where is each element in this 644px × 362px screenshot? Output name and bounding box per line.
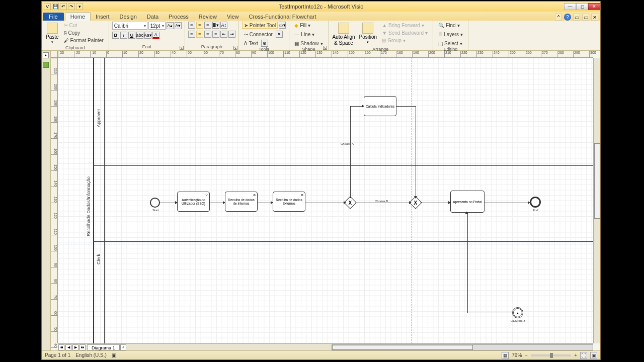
zoom-level[interactable]: 79%: [512, 352, 522, 358]
lane-label-recolha[interactable]: Recolhade Dados/Informação: [86, 173, 91, 239]
font-color-button[interactable]: A: [152, 32, 159, 39]
next-page-button[interactable]: ▶: [72, 344, 78, 350]
text-tool-button[interactable]: AText: [242, 40, 260, 47]
lane-label-clerk[interactable]: Clerk: [96, 249, 101, 269]
fit-page-button[interactable]: ⛶: [580, 352, 587, 359]
align-bottom-button[interactable]: ≡: [204, 22, 211, 29]
last-page-button[interactable]: ⏭: [79, 344, 86, 350]
shape-dialog-launcher[interactable]: ↘: [323, 46, 327, 50]
strike-button[interactable]: abc: [136, 32, 143, 39]
horizontal-scrollbar[interactable]: [332, 344, 593, 350]
font-dialog-launcher[interactable]: ↘: [180, 46, 184, 50]
auto-align-button[interactable]: Auto Align& Space: [332, 22, 356, 47]
language-indicator[interactable]: English (U.S.): [75, 352, 107, 358]
zoom-in-button[interactable]: +: [574, 352, 577, 358]
help-button[interactable]: ?: [564, 14, 571, 21]
align-right-button[interactable]: ≡: [204, 31, 211, 38]
new-page-button[interactable]: ✧: [120, 344, 126, 350]
gateway-1[interactable]: X: [346, 198, 355, 207]
first-page-button[interactable]: ⏮: [58, 344, 64, 350]
undo-button[interactable]: ↶: [60, 3, 67, 10]
tab-file[interactable]: File: [43, 13, 64, 21]
start-event[interactable]: [150, 198, 160, 208]
zoom-slider[interactable]: [531, 354, 571, 356]
find-button[interactable]: 🔍Find▾: [436, 22, 461, 29]
shadow-button[interactable]: ▦Shadow▾: [292, 40, 325, 47]
delete-tool-button[interactable]: ✕: [276, 31, 283, 38]
format-painter-button[interactable]: 🖌Format Painter: [62, 37, 106, 44]
paragraph-dialog-launcher[interactable]: ↘: [233, 46, 237, 50]
bring-forward-button[interactable]: ▲Bring Forward▾: [380, 22, 430, 29]
align-center-button[interactable]: ≡: [196, 31, 203, 38]
minimize-button[interactable]: —: [564, 3, 576, 10]
qat-customize[interactable]: ▾: [76, 3, 83, 10]
visio-icon[interactable]: V: [44, 3, 51, 10]
zoom-thumb[interactable]: [550, 353, 553, 358]
underline-button[interactable]: U: [128, 32, 135, 39]
tab-insert[interactable]: Insert: [91, 13, 115, 21]
text-direction-button[interactable]: A↕: [220, 22, 227, 29]
hscroll-thumb[interactable]: [332, 345, 473, 350]
font-name-select[interactable]: Calibri: [112, 22, 147, 30]
copy-button[interactable]: ⎘Copy: [62, 29, 106, 36]
send-backward-button[interactable]: ▼Send Backward▾: [380, 29, 430, 36]
lane-divider-2[interactable]: [93, 241, 593, 242]
tab-review[interactable]: Review: [194, 13, 222, 21]
tab-data[interactable]: Data: [142, 13, 164, 21]
minimize-ribbon-button[interactable]: ^: [555, 14, 562, 21]
maximize-button[interactable]: ◻: [576, 3, 588, 10]
zoom-out-button[interactable]: −: [525, 352, 528, 358]
tab-home[interactable]: Home: [65, 12, 91, 21]
task-authentication[interactable]: Autenticação do Utilizador (SSO)☺: [177, 192, 210, 212]
select-button[interactable]: ⬚Select▾: [436, 40, 464, 47]
stencil-icon[interactable]: [43, 62, 49, 68]
end-event[interactable]: [530, 197, 541, 208]
align-justify-button[interactable]: ≡: [212, 31, 219, 38]
shrink-font-button[interactable]: A▾: [175, 22, 182, 29]
position-button[interactable]: Position▾: [358, 22, 378, 45]
task-recolha-internos[interactable]: Recolha de dados de internos⚙: [225, 192, 258, 212]
tab-view[interactable]: View: [222, 13, 244, 21]
align-middle-button[interactable]: ≡: [196, 22, 203, 29]
tab-cff[interactable]: Cross-Functional Flowchart: [244, 13, 321, 21]
ribbon-opt-1[interactable]: ▭: [573, 14, 580, 21]
task-apresenta[interactable]: Apresenta no Portal: [450, 191, 485, 213]
italic-button[interactable]: I: [120, 32, 127, 39]
page-indicator[interactable]: Page 1 of 1: [45, 352, 70, 358]
close-button[interactable]: ✕: [588, 3, 600, 10]
decrease-indent-button[interactable]: ⇤: [220, 31, 227, 38]
layers-button[interactable]: ≣Layers▾: [436, 31, 465, 38]
rectangle-tool-button[interactable]: ▭▾: [279, 22, 286, 29]
diagram-page[interactable]: Approver Recolhade Dados/Informação Cler…: [58, 58, 593, 343]
grow-font-button[interactable]: A▴: [167, 22, 174, 29]
pointer-tool-button[interactable]: ➤Pointer Tool: [242, 22, 278, 29]
doc-close-button[interactable]: ✕: [591, 14, 598, 21]
connection-point-tool-button[interactable]: ⊕: [261, 40, 268, 47]
task-calcula[interactable]: Calcula Indicadores: [364, 96, 396, 116]
align-top-button[interactable]: ≡: [188, 22, 195, 29]
sheet-tab[interactable]: Diagrama 1: [87, 344, 120, 350]
prev-page-button[interactable]: ◀: [65, 344, 71, 350]
drawing-surface[interactable]: -30-20-100102030405060708090100110120130…: [51, 51, 600, 350]
tab-process[interactable]: Process: [164, 13, 194, 21]
task-recolha-externos[interactable]: Recolha de dados Externos⚙: [273, 192, 305, 212]
presentation-mode-button[interactable]: ▦: [502, 352, 509, 359]
gateway-2[interactable]: X: [411, 198, 420, 207]
fill-button[interactable]: ◆Fill▾: [292, 22, 312, 29]
lane-divider-1[interactable]: [93, 165, 593, 166]
paste-button[interactable]: Paste▾: [45, 22, 60, 45]
cut-button[interactable]: ✂Cut: [62, 22, 106, 29]
expand-shapes-button[interactable]: ▸: [43, 52, 49, 58]
bold-button[interactable]: B: [112, 32, 119, 39]
save-button[interactable]: 💾: [52, 3, 59, 10]
case-button[interactable]: Aa▾: [144, 32, 151, 39]
font-size-select[interactable]: 12pt: [148, 22, 166, 30]
group-button[interactable]: ⊞Group▾: [380, 37, 430, 44]
bullets-button[interactable]: ≣▾: [212, 22, 219, 29]
increase-indent-button[interactable]: ⇥: [228, 31, 235, 38]
ribbon-opt-2[interactable]: ▭: [582, 14, 589, 21]
connector-tool-button[interactable]: ⤳Connector: [242, 31, 275, 38]
lane-label-approver[interactable]: Approver: [96, 93, 101, 143]
redo-button[interactable]: ↷: [68, 3, 75, 10]
full-screen-button[interactable]: ▣: [590, 352, 597, 359]
